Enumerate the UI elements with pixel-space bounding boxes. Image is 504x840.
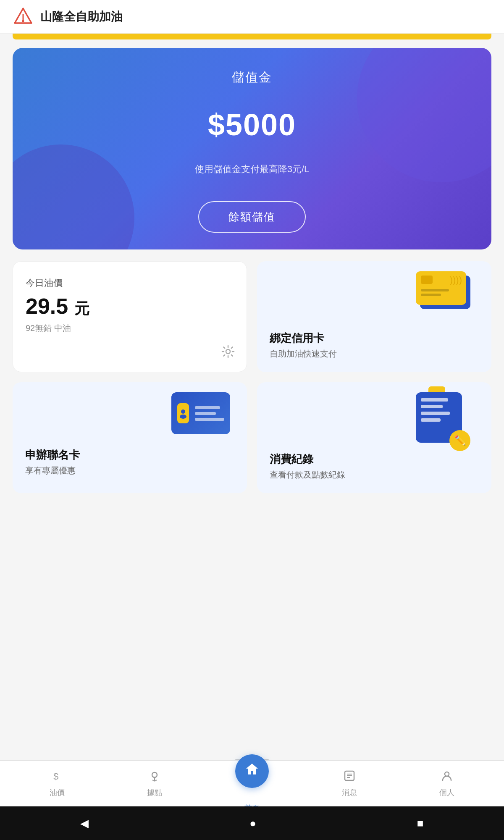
yellow-accent-bar [13,34,491,39]
oil-price-nav-icon: $ [51,769,63,785]
credit-card-feature[interactable]: )))) 綁定信用卡 自助加油快速支付 [257,261,491,372]
id-card-sublabel: 享有專屬優惠 [25,465,234,476]
oil-price-title: 今日油價 [26,277,234,289]
nav-label-news: 消息 [342,788,357,798]
profile-nav-icon [441,769,453,785]
android-nav-bar: ◀ ● ■ [0,806,504,840]
svg-point-3 [226,349,230,354]
home-nav-button[interactable] [235,754,269,788]
nav-label-locations: 據點 [147,788,162,798]
svg-point-12 [445,772,449,776]
nav-item-profile[interactable]: 個人 [398,769,496,798]
id-card-feature[interactable]: 申辦聯名卡 享有專屬優惠 [13,382,247,493]
feature-grid: 今日油價 29.5 元 92無鉛 中油 [13,261,491,493]
credit-card-icon-area: )))) [416,271,483,322]
id-card-icon-area [171,392,239,443]
receipt-feature[interactable]: ✏️ 消費紀錄 查看付款及點數紀錄 [257,382,491,493]
app-title: 山隆全自助加油 [40,9,123,25]
svg-point-2 [22,20,24,22]
id-avatar-icon [177,403,189,423]
android-home-button[interactable]: ● [249,817,256,830]
credit-card-chip [421,276,433,284]
credit-card-front: )))) [416,271,466,305]
svg-point-4 [181,410,185,414]
nav-label-profile: 個人 [439,788,454,798]
bottom-nav: $ 油價 據點 首頁 [0,760,504,806]
nav-item-oil-price[interactable]: $ 油價 [8,769,106,798]
id-card-lines [195,406,224,421]
gear-icon[interactable] [221,345,235,360]
oil-price-value: 29.5 元 [26,294,234,318]
nav-label-oil-price: 油價 [50,788,65,798]
oil-type: 92無鉛 中油 [26,323,234,334]
nav-item-home[interactable]: 首頁 [203,754,301,813]
oil-price-unit: 元 [74,300,89,317]
home-nav-icon [244,762,260,780]
contactless-icon: )))) [450,275,462,286]
receipt-pencil-icon: ✏️ [449,430,470,451]
id-card-label: 申辦聯名卡 [25,448,234,462]
main-content: 儲值金 $5000 使用儲值金支付最高降3元/L 餘額儲值 今日油價 29.5 … [0,39,504,493]
receipt-label: 消費紀錄 [270,452,479,467]
balance-card: 儲值金 $5000 使用儲值金支付最高降3元/L 餘額儲值 [13,48,491,249]
receipt-sublabel: 查看付款及點數紀錄 [270,469,479,480]
android-recents-button[interactable]: ■ [417,817,424,830]
receipt-icon-area: ✏️ [416,392,483,443]
oil-price-card: 今日油價 29.5 元 92無鉛 中油 [13,261,247,372]
nav-item-locations[interactable]: 據點 [106,769,203,798]
svg-text:$: $ [53,771,58,782]
nav-item-news[interactable]: 消息 [301,769,398,798]
news-nav-icon [343,769,356,785]
topup-button[interactable]: 餘額儲值 [198,201,306,233]
svg-point-5 [180,415,186,419]
balance-desc: 使用儲值金支付最高降3元/L [195,163,310,176]
android-back-button[interactable]: ◀ [80,817,89,830]
balance-amount: $5000 [208,108,296,142]
credit-card-label: 綁定信用卡 [270,331,479,346]
credit-card-lines [421,289,461,296]
locations-nav-icon [148,769,161,785]
app-logo-icon [13,6,34,27]
top-bar: 山隆全自助加油 [0,0,504,34]
balance-label: 儲值金 [232,69,272,86]
svg-point-7 [152,772,157,777]
credit-card-sublabel: 自助加油快速支付 [270,348,479,360]
